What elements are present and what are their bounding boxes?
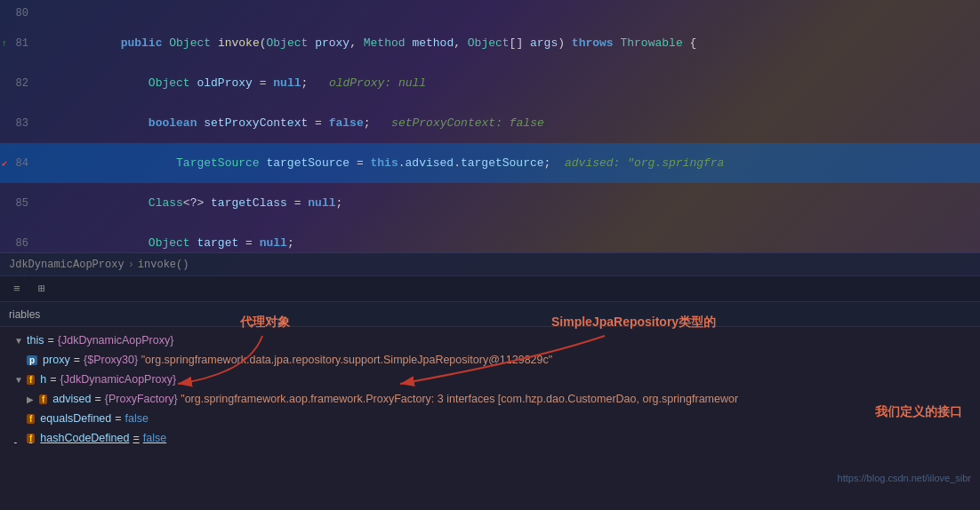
code-container: 80 ↑ 81 public Object invoke(Object prox… bbox=[0, 0, 980, 275]
badge-equals-defined: f bbox=[27, 414, 35, 424]
variables-header: riables bbox=[0, 302, 980, 327]
code-line-84: ✔ 84 TargetSource targetSource = this.ad… bbox=[0, 143, 980, 183]
badge-proxy: p bbox=[27, 355, 37, 365]
code-line-83: 83 boolean setProxyContext = false; setP… bbox=[0, 103, 980, 143]
line-number-81: ↑ 81 bbox=[0, 37, 37, 50]
var-equals-h: = bbox=[50, 373, 56, 386]
toolbar-list-icon[interactable]: ≡ bbox=[7, 279, 27, 299]
line-number-83: 83 bbox=[0, 117, 37, 130]
var-equals-equals-defined: = bbox=[115, 412, 121, 425]
editor-area: 80 ↑ 81 public Object invoke(Object prox… bbox=[0, 0, 980, 275]
variables-label: riables bbox=[9, 308, 40, 321]
var-row-hashcode-defined[interactable]: f hashCodeDefined = false bbox=[0, 428, 980, 448]
badge-hashcode-defined: f bbox=[27, 434, 35, 443]
debug-panel: 代理对象 SimpleJpaRepository类型的 我们定义的接口 riab… bbox=[0, 302, 980, 487]
line-content-85[interactable]: Class<?> targetClass = null; bbox=[37, 183, 973, 223]
line-content-82[interactable]: Object oldProxy = null; oldProxy: null bbox=[37, 63, 973, 103]
var-value-this: {JdkDynamicAopProxy} bbox=[58, 334, 174, 347]
var-value-advised-type: {ProxyFactory} bbox=[105, 393, 181, 405]
var-row-this[interactable]: ▼ this = {JdkDynamicAopProxy} bbox=[0, 331, 980, 350]
var-name-hashcode-defined: hashCodeDefined bbox=[40, 432, 129, 444]
var-name-advised: advised bbox=[52, 393, 91, 405]
breadcrumb-method: invoke() bbox=[138, 259, 189, 271]
var-value-h: {JdkDynamicAopProxy} bbox=[60, 373, 177, 386]
breadcrumb-separator: › bbox=[128, 259, 134, 271]
var-equals-advised: = bbox=[94, 393, 100, 405]
breakpoint-check-icon: ✔ bbox=[2, 158, 7, 169]
code-line-82: 82 Object oldProxy = null; oldProxy: nul… bbox=[0, 63, 980, 103]
code-line-81: ↑ 81 public Object invoke(Object proxy, … bbox=[0, 23, 980, 63]
line-number-80: 80 bbox=[0, 7, 37, 20]
badge-h: f bbox=[27, 375, 35, 385]
toolbar-strip: ≡ ⊞ bbox=[0, 275, 980, 302]
breadcrumb-class: JdkDynamicAopProxy bbox=[9, 259, 125, 271]
var-name-this: this bbox=[27, 334, 44, 347]
line-number-82: 82 bbox=[0, 77, 37, 90]
var-equals-proxy: = bbox=[74, 354, 80, 366]
code-line-80: 80 bbox=[0, 4, 980, 23]
var-row-h[interactable]: ▼ f h = {JdkDynamicAopProxy} bbox=[0, 370, 980, 389]
variables-list: ▼ this = {JdkDynamicAopProxy} p proxy = … bbox=[0, 327, 980, 451]
var-value-proxy-str: "org.springframework.data.jpa.repository… bbox=[141, 354, 553, 366]
var-name-h: h bbox=[40, 373, 46, 386]
line-number-86: 86 bbox=[0, 237, 37, 250]
var-value-hashcode-defined: false bbox=[143, 432, 166, 444]
line-content-83[interactable]: boolean setProxyContext = false; setProx… bbox=[37, 103, 973, 143]
toolbar-grid-icon[interactable]: ⊞ bbox=[32, 279, 52, 299]
var-value-proxy-type: {$Proxy30} bbox=[84, 354, 141, 366]
var-value-advised-str: "org.springframework.aop.framework.Proxy… bbox=[181, 393, 738, 405]
expand-equals-defined-icon bbox=[14, 414, 27, 424]
expand-this-icon[interactable]: ▼ bbox=[14, 336, 27, 346]
expand-hashcode-icon bbox=[14, 434, 27, 443]
var-value-equals-defined: false bbox=[125, 412, 149, 425]
var-row-proxy[interactable]: p proxy = {$Proxy30} "org.springframewor… bbox=[0, 350, 980, 370]
breakpoint-arrow-icon: ↑ bbox=[2, 38, 7, 48]
var-equals-hashcode-defined: = bbox=[133, 432, 139, 444]
code-line-85: 85 Class<?> targetClass = null; bbox=[0, 183, 980, 223]
var-row-advised[interactable]: ▶ f advised = {ProxyFactory} "org.spring… bbox=[0, 389, 980, 409]
line-content-81[interactable]: public Object invoke(Object proxy, Metho… bbox=[37, 23, 973, 63]
expand-h-icon[interactable]: ▼ bbox=[14, 375, 27, 385]
line-number-85: 85 bbox=[0, 197, 37, 210]
line-number-84: ✔ 84 bbox=[0, 157, 37, 170]
badge-advised: f bbox=[39, 394, 47, 404]
expand-proxy-icon bbox=[14, 355, 27, 365]
line-content-84[interactable]: TargetSource targetSource = this.advised… bbox=[37, 143, 973, 183]
breadcrumb-bar: JdkDynamicAopProxy › invoke() bbox=[0, 252, 980, 275]
expand-advised-icon[interactable]: ▶ bbox=[27, 394, 39, 404]
var-name-equals-defined: equalsDefined bbox=[40, 412, 111, 425]
watermark: https://blog.csdn.net/iilove_sibr bbox=[838, 473, 971, 483]
var-equals-this: = bbox=[47, 334, 53, 347]
var-row-equals-defined[interactable]: f equalsDefined = false bbox=[0, 409, 980, 428]
var-name-proxy: proxy bbox=[43, 354, 70, 366]
